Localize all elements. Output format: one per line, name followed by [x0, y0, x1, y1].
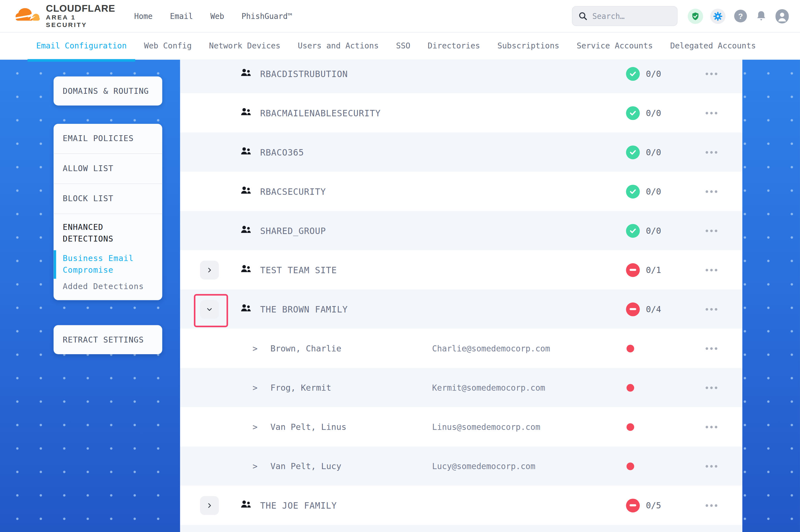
sidebar-item-domains-routing[interactable]: DOMAINS & ROUTING — [54, 77, 162, 106]
status-count: 0/0 — [646, 226, 661, 235]
table-row[interactable]: RBACO365 0/0 — [180, 132, 742, 172]
more-actions-button[interactable] — [704, 383, 720, 392]
tab-sso[interactable]: SSO — [387, 32, 419, 59]
nav-item-phishguard[interactable]: PhishGuard™ — [233, 12, 301, 21]
more-actions-button[interactable] — [704, 501, 720, 510]
sidebar-item-retract-settings[interactable]: RETRACT SETTINGS — [54, 325, 162, 354]
active-indicator-bar — [54, 250, 56, 279]
group-icon — [240, 500, 252, 511]
group-icon — [240, 68, 252, 79]
member-email: Lucy@somedemocorp.com — [432, 461, 535, 471]
more-actions-button[interactable] — [704, 148, 720, 156]
user-icon[interactable] — [776, 9, 789, 23]
group-icon — [240, 225, 252, 236]
shield-check-icon[interactable] — [688, 8, 703, 24]
group-name: TEST TEAM SITE — [260, 265, 337, 275]
more-actions-button[interactable] — [704, 187, 720, 196]
status-blocked-badge — [626, 302, 639, 316]
more-actions-button[interactable] — [704, 109, 720, 117]
member-name: Brown, Charlie — [271, 343, 342, 353]
table-row-member[interactable]: > Van Pelt, Lucy Lucy@somedemocorp.com — [180, 446, 742, 486]
chevron-right-icon[interactable]: > — [253, 383, 258, 393]
status-ok-badge — [626, 145, 639, 159]
tab-service-accounts[interactable]: Service Accounts — [568, 32, 661, 59]
logo-title: CLOUDFLARE — [46, 3, 115, 14]
expand-button[interactable] — [200, 261, 219, 279]
search-box[interactable] — [572, 6, 677, 26]
table-row[interactable]: THE BROWN FAMILY 0/4 — [180, 289, 742, 329]
nav-item-home[interactable]: Home — [126, 12, 161, 21]
more-actions-button[interactable] — [704, 265, 720, 274]
status-ok-badge — [626, 106, 639, 120]
top-nav: Home Email Web PhishGuard™ — [126, 12, 301, 21]
nav-item-web[interactable]: Web — [202, 12, 233, 21]
status-count: 0/0 — [646, 108, 661, 118]
table-row[interactable]: THE JOE FAMILY 0/5 — [180, 486, 742, 525]
group-name: RBACMAILENABLESECURITY — [260, 108, 381, 118]
tab-network-devices[interactable]: Network Devices — [200, 32, 289, 59]
group-name: SHARED_GROUP — [260, 225, 326, 236]
member-name: Van Pelt, Linus — [271, 422, 346, 432]
sidebar-item-added-detections[interactable]: Added Detections — [54, 279, 162, 300]
member-name: Frog, Kermit — [271, 383, 331, 393]
table-row[interactable]: TEST TEAM SITE 0/1 — [180, 250, 742, 289]
more-actions-button[interactable] — [704, 305, 720, 313]
table-row[interactable]: RBACMAILENABLESECURITY 0/0 — [180, 93, 742, 132]
groups-table: RBACDISTRUBUTION 0/0 RBACMAILENABLESECUR… — [180, 59, 742, 532]
status-count: 0/5 — [646, 500, 661, 510]
bell-icon[interactable] — [756, 10, 767, 22]
tab-email-configuration[interactable]: Email Configuration — [28, 32, 135, 59]
gear-icon[interactable] — [710, 8, 726, 24]
search-icon — [579, 12, 587, 20]
tab-directories[interactable]: Directories — [419, 32, 489, 59]
cloudflare-logo[interactable]: CLOUDFLARE AREA 1 SECURITY — [14, 3, 114, 29]
table-row[interactable]: RBACDISTRUBUTION 0/0 — [180, 59, 742, 93]
status-count: 0/4 — [646, 304, 661, 314]
table-row[interactable]: RBACSECURITY 0/0 — [180, 172, 742, 211]
tab-users-and-actions[interactable]: Users and Actions — [289, 32, 387, 59]
status-dot — [626, 462, 634, 470]
expand-button[interactable] — [200, 496, 219, 515]
status-ok-badge — [626, 67, 639, 80]
more-actions-button[interactable] — [704, 226, 720, 235]
status-dot — [626, 423, 634, 431]
chevron-right-icon[interactable]: > — [253, 461, 258, 471]
status-ok-badge — [626, 224, 639, 238]
domains-routing-card: DOMAINS & ROUTING — [54, 77, 162, 106]
search-input[interactable] — [592, 11, 665, 21]
more-actions-button[interactable] — [704, 69, 720, 78]
content-area: DOMAINS & ROUTING EMAIL POLICIES ALLOW L… — [0, 59, 800, 532]
more-actions-button[interactable] — [704, 344, 720, 353]
group-name: RBACSECURITY — [260, 186, 326, 196]
sidebar-item-enhanced-detections[interactable]: ENHANCED DETECTIONS — [54, 214, 162, 250]
member-email: Linus@somedemocorp.com — [432, 422, 540, 432]
chevron-right-icon[interactable]: > — [253, 343, 258, 353]
more-actions-button[interactable] — [704, 462, 720, 470]
table-row[interactable]: SHARED_GROUP 0/0 — [180, 211, 742, 250]
table-row-member[interactable]: > Van Pelt, Linus Linus@somedemocorp.com — [180, 407, 742, 446]
sidebar-item-business-email-compromise[interactable]: Business Email Compromise — [54, 250, 162, 279]
status-count: 0/0 — [646, 69, 661, 78]
group-icon — [240, 265, 252, 275]
sidebar-item-allow-list[interactable]: ALLOW LIST — [54, 154, 162, 184]
logo-subtitle: AREA 1 SECURITY — [46, 14, 115, 29]
status-count: 0/1 — [646, 265, 661, 274]
status-count: 0/0 — [646, 186, 661, 196]
member-email: Charlie@somedemocorp.com — [432, 343, 550, 353]
table-rows: RBACDISTRUBUTION 0/0 RBACMAILENABLESECUR… — [180, 59, 742, 532]
collapse-button[interactable] — [200, 300, 219, 319]
tab-web-config[interactable]: Web Config — [135, 32, 200, 59]
app-window: CLOUDFLARE AREA 1 SECURITY Home Email We… — [0, 0, 800, 532]
sidebar-item-block-list[interactable]: BLOCK LIST — [54, 184, 162, 214]
email-policies-card: EMAIL POLICIES ALLOW LIST BLOCK LIST ENH… — [54, 124, 162, 300]
sidebar-item-email-policies[interactable]: EMAIL POLICIES — [54, 124, 162, 154]
table-row-member[interactable]: > Frog, Kermit Kermit@somedemocorp.com — [180, 368, 742, 407]
nav-item-email[interactable]: Email — [161, 12, 202, 21]
table-row-member[interactable]: > Brown, Charlie Charlie@somedemocorp.co… — [180, 329, 742, 368]
chevron-right-icon[interactable]: > — [253, 422, 258, 432]
more-actions-button[interactable] — [704, 422, 720, 431]
chevron-right-icon — [206, 267, 213, 273]
help-icon[interactable]: ? — [734, 10, 747, 22]
tab-delegated-accounts[interactable]: Delegated Accounts — [661, 32, 765, 59]
tab-subscriptions[interactable]: Subscriptions — [489, 32, 568, 59]
